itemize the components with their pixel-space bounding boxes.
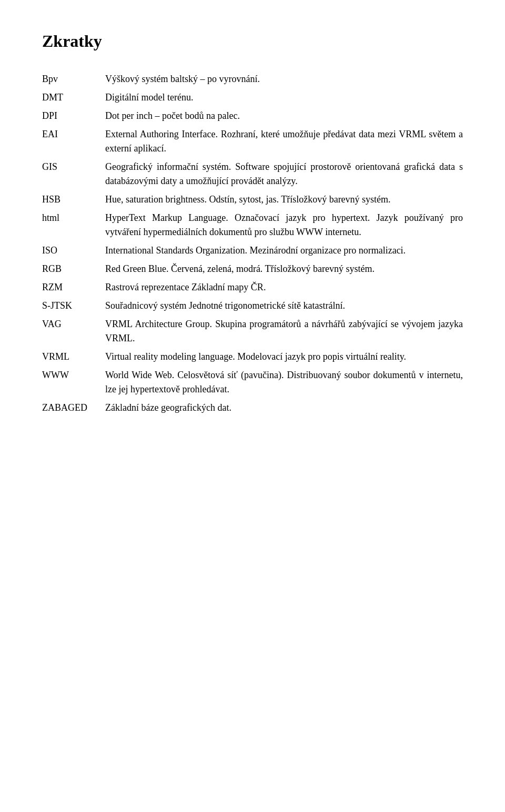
abbreviation: HSB [42,190,105,209]
glossary-table: BpvVýškový systém baltský – po vyrovnání… [42,70,463,417]
table-row: ZABAGEDZákladní báze geografických dat. [42,399,463,417]
table-row: DPIDot per inch – počet bodů na palec. [42,107,463,125]
definition: VRML Architecture Group. Skupina program… [105,315,463,348]
abbreviation: RZM [42,278,105,297]
table-row: RZMRastrová reprezentace Základní mapy Č… [42,278,463,297]
definition: Digitální model terénu. [105,88,463,107]
abbreviation: DMT [42,88,105,107]
abbreviation: DPI [42,107,105,125]
definition: Red Green Blue. Červená, zelená, modrá. … [105,260,463,278]
abbreviation: WWW [42,366,105,399]
table-row: DMTDigitální model terénu. [42,88,463,107]
abbreviation: RGB [42,260,105,278]
table-row: S-JTSKSouřadnicový systém Jednotné trigo… [42,297,463,315]
definition: Geografický informační systém. Software … [105,158,463,190]
table-row: GISGeografický informační systém. Softwa… [42,158,463,190]
abbreviation: VAG [42,315,105,348]
page-title: Zkratky [42,32,463,51]
definition: External Authoring Interface. Rozhraní, … [105,125,463,158]
table-row: ISOInternational Standards Organization.… [42,241,463,260]
abbreviation: ZABAGED [42,399,105,417]
table-row: RGBRed Green Blue. Červená, zelená, modr… [42,260,463,278]
definition: Základní báze geografických dat. [105,399,463,417]
abbreviation: html [42,209,105,241]
table-row: htmlHyperText Markup Language. Označovac… [42,209,463,241]
abbreviation: VRML [42,348,105,366]
definition: Hue, saturation brightness. Odstín, syto… [105,190,463,209]
abbreviation: ISO [42,241,105,260]
abbreviation: GIS [42,158,105,190]
definition: HyperText Markup Language. Označovací ja… [105,209,463,241]
definition: Výškový systém baltský – po vyrovnání. [105,70,463,88]
abbreviation: S-JTSK [42,297,105,315]
table-row: BpvVýškový systém baltský – po vyrovnání… [42,70,463,88]
definition: Souřadnicový systém Jednotné trigonometr… [105,297,463,315]
table-row: WWWWorld Wide Web. Celosvětová síť (pavu… [42,366,463,399]
table-row: VRMLVirtual reality modeling language. M… [42,348,463,366]
definition: Virtual reality modeling language. Model… [105,348,463,366]
definition: World Wide Web. Celosvětová síť (pavučin… [105,366,463,399]
abbreviation: Bpv [42,70,105,88]
table-row: VAGVRML Architecture Group. Skupina prog… [42,315,463,348]
abbreviation: EAI [42,125,105,158]
definition: International Standards Organization. Me… [105,241,463,260]
table-row: HSBHue, saturation brightness. Odstín, s… [42,190,463,209]
page-wrapper: Zkratky BpvVýškový systém baltský – po v… [42,32,463,812]
definition: Dot per inch – počet bodů na palec. [105,107,463,125]
definition: Rastrová reprezentace Základní mapy ČR. [105,278,463,297]
table-row: EAIExternal Authoring Interface. Rozhran… [42,125,463,158]
